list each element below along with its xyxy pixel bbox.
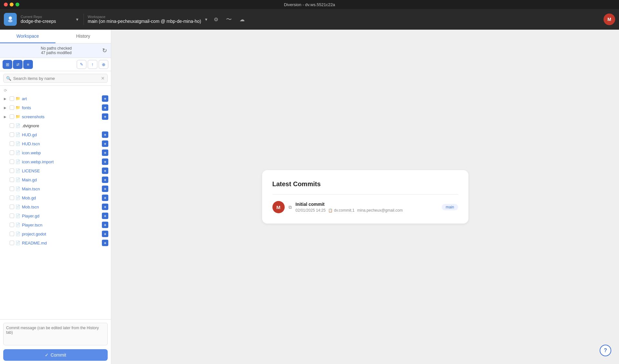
file-add-btn[interactable]: + — [102, 113, 108, 120]
file-checkbox[interactable] — [10, 168, 14, 173]
file-checkbox[interactable] — [10, 96, 14, 101]
file-add-btn[interactable]: + — [102, 213, 108, 219]
list-item[interactable]: 📄 icon.webp + — [0, 148, 111, 157]
cloud-icon: ☁ — [240, 16, 245, 23]
file-checkbox[interactable] — [10, 241, 14, 245]
file-add-btn[interactable]: + — [102, 168, 108, 174]
file-checkbox[interactable] — [10, 159, 14, 164]
copy-icon[interactable]: ⧉ — [289, 205, 292, 210]
file-checkbox[interactable] — [10, 105, 14, 110]
sidebar-tabs: Workspace History — [0, 30, 111, 43]
list-item[interactable]: ▶ 📁 fonts + — [0, 103, 111, 112]
file-checkbox[interactable] — [10, 214, 14, 218]
list-item[interactable]: 📄 Player.tscn + — [0, 220, 111, 229]
main-content: Latest Commits M ⧉ Initial commit 02/01/… — [111, 30, 619, 364]
workspace-dropdown-btn[interactable]: ▾ — [204, 15, 209, 23]
list-item[interactable]: 📄 project.godot + — [0, 229, 111, 238]
list-item[interactable]: 📄 Player.gd + — [0, 211, 111, 220]
commit-area: ✓ Commit — [0, 319, 111, 364]
file-icon: 📄 — [15, 205, 21, 209]
commit-label: Commit — [51, 352, 66, 358]
file-checkbox[interactable] — [10, 187, 14, 191]
refresh-button[interactable]: ↻ — [102, 47, 107, 54]
file-add-btn[interactable]: + — [102, 186, 108, 192]
file-add-btn[interactable]: + — [102, 104, 108, 111]
file-checkbox[interactable] — [10, 196, 14, 200]
upload-btn[interactable]: ↑ — [88, 60, 97, 69]
list-view-btn[interactable]: ≡ — [23, 60, 33, 69]
app-logo — [4, 13, 17, 26]
main-layout: Workspace History No paths checked 47 pa… — [0, 30, 619, 364]
help-button[interactable]: ? — [600, 345, 611, 356]
list-item[interactable]: 📄 README.md + — [0, 238, 111, 247]
file-checkbox[interactable] — [10, 132, 14, 137]
file-add-btn[interactable]: + — [102, 240, 108, 246]
file-add-btn[interactable]: + — [102, 204, 108, 210]
list-item[interactable]: 📄 Main.gd + — [0, 175, 111, 184]
settings-button[interactable]: ⚙ — [211, 14, 221, 24]
file-add-btn[interactable]: + — [102, 231, 108, 237]
repo-dropdown-btn[interactable]: ▾ — [75, 15, 80, 23]
file-checkbox[interactable] — [10, 141, 14, 146]
list-item[interactable]: 📄 HUD.gd + — [0, 130, 111, 139]
file-add-btn[interactable]: + — [102, 131, 108, 138]
file-icon: 📄 — [15, 141, 21, 146]
file-add-btn[interactable]: + — [102, 149, 108, 156]
file-checkbox[interactable] — [10, 123, 14, 128]
tab-history[interactable]: History — [55, 30, 111, 43]
user-avatar[interactable]: M — [604, 14, 615, 25]
file-checkbox[interactable] — [10, 114, 14, 119]
file-checkbox[interactable] — [10, 232, 14, 236]
cloud-button[interactable]: ☁ — [237, 14, 247, 24]
help-icon: ? — [604, 348, 607, 353]
file-add-btn[interactable]: + — [102, 195, 108, 201]
file-add-btn[interactable]: + — [102, 158, 108, 165]
file-checkbox[interactable] — [10, 177, 14, 182]
list-item[interactable]: 📄 Mob.tscn + — [0, 202, 111, 211]
list-item[interactable]: 📄 LICENSE + — [0, 166, 111, 175]
window-title: Diversion - dv.ws.5521c22a — [284, 2, 335, 7]
search-icon: 🔍 — [6, 76, 11, 81]
tab-workspace[interactable]: Workspace — [0, 30, 55, 43]
traffic-lights — [4, 3, 19, 6]
close-button[interactable] — [4, 3, 8, 6]
status-text: No paths checked 47 paths modified — [10, 46, 102, 55]
commits-divider — [272, 194, 458, 195]
minimize-button[interactable] — [10, 3, 14, 6]
file-icon: 📄 — [15, 232, 21, 236]
file-checkbox[interactable] — [10, 205, 14, 209]
list-item[interactable]: 📄 icon.webp.import + — [0, 157, 111, 166]
grid-view-btn[interactable]: ⊞ — [3, 60, 12, 69]
search-clear-btn[interactable]: ✕ — [101, 76, 105, 81]
file-icon: 📄 — [15, 159, 21, 164]
file-checkbox[interactable] — [10, 223, 14, 227]
commit-date: 02/01/2025 14:25 — [296, 208, 326, 213]
file-add-btn[interactable]: + — [102, 177, 108, 183]
edit-btn[interactable]: ✎ — [77, 60, 86, 69]
list-item[interactable]: 📄 Main.tscn + — [0, 184, 111, 193]
list-item[interactable]: ▶ 📁 art + — [0, 94, 111, 103]
list-item[interactable]: 📄 .dvignore — [0, 121, 111, 130]
chart-button[interactable]: 〜 — [223, 14, 234, 25]
header: Current Repo dodge-the-creeps ▾ Workspac… — [0, 9, 619, 30]
file-add-btn[interactable]: + — [102, 222, 108, 228]
file-checkbox[interactable] — [10, 150, 14, 155]
header-divider — [84, 14, 84, 25]
folder-icon: 📁 — [15, 96, 21, 101]
diff-view-btn[interactable]: ⇄ — [13, 60, 23, 69]
file-icon: 📄 — [15, 241, 21, 245]
download-btn[interactable]: ⊕ — [99, 60, 108, 69]
maximize-button[interactable] — [15, 3, 19, 6]
file-add-btn[interactable]: + — [102, 140, 108, 147]
svg-point-1 — [8, 20, 13, 22]
commit-hash: 📋 dv.commit.1 — [328, 208, 355, 213]
list-item[interactable]: 📄 HUD.tscn + — [0, 139, 111, 148]
commit-button[interactable]: ✓ Commit — [3, 349, 108, 361]
commit-avatar: M — [272, 201, 285, 213]
chart-icon: 〜 — [226, 15, 232, 23]
list-item[interactable]: 📄 Mob.gd + — [0, 193, 111, 202]
file-add-btn[interactable]: + — [102, 95, 108, 102]
commit-message-input[interactable] — [3, 323, 108, 345]
list-item[interactable]: ▶ 📁 screenshots + — [0, 112, 111, 121]
search-input[interactable] — [13, 76, 99, 81]
